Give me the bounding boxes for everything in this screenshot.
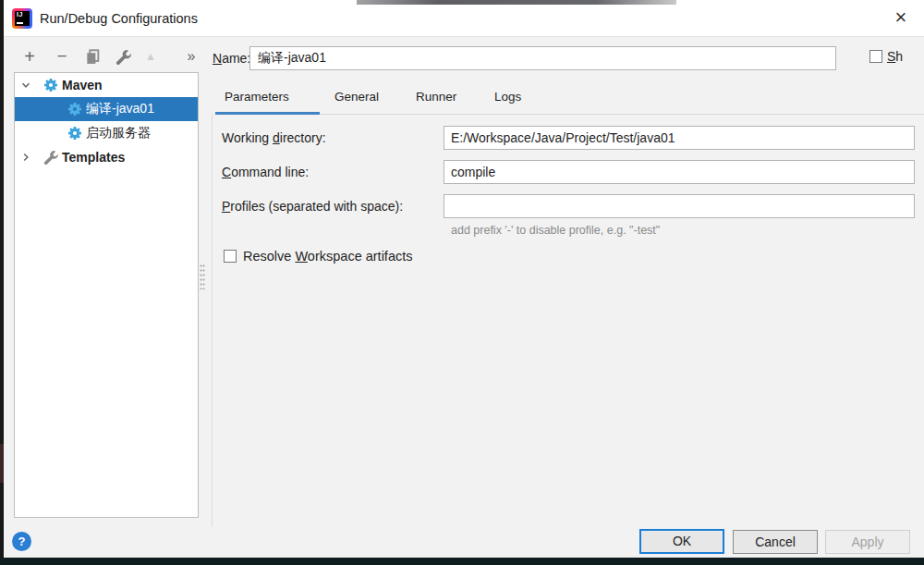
background-window-artifact (357, 0, 676, 5)
active-tab-indicator (215, 112, 320, 115)
chevron-down-icon[interactable] (19, 79, 32, 92)
tree-item-label: 编译-java01 (86, 101, 154, 117)
move-up-button[interactable]: ▲ (140, 46, 161, 67)
working-directory-input[interactable] (444, 126, 915, 150)
tree-item-compile-java01[interactable]: 编译-java01 (15, 97, 198, 121)
content-divider (212, 114, 213, 527)
copy-configuration-button[interactable] (82, 46, 103, 67)
background-window-artifact (0, 444, 4, 483)
command-line-input[interactable] (444, 160, 915, 184)
more-actions-button[interactable]: » (180, 46, 201, 67)
minus-icon: − (56, 46, 67, 67)
tree-item-templates[interactable]: Templates (15, 145, 198, 169)
tree-item-label: 启动服务器 (86, 125, 151, 141)
tab-parameters[interactable]: Parameters (225, 90, 289, 112)
maven-gear-icon (67, 102, 82, 117)
maven-gear-icon (67, 126, 82, 141)
chevron-right-icon[interactable] (19, 151, 32, 164)
tab-general[interactable]: General (334, 90, 379, 112)
resolve-workspace-label: Resolve Workspace artifacts (243, 249, 413, 264)
remove-configuration-button[interactable]: − (52, 46, 72, 67)
tab-baseline (320, 114, 924, 115)
plus-icon: + (24, 46, 35, 68)
profiles-label: Profiles (separated with space): (222, 194, 403, 218)
profiles-input[interactable] (444, 194, 915, 218)
share-checkbox[interactable]: Sh (869, 49, 903, 64)
maven-gear-icon (43, 78, 58, 92)
tree-item-maven[interactable]: Maven (15, 73, 198, 97)
help-button[interactable]: ? (12, 532, 31, 551)
command-line-label: Command line: (222, 160, 309, 184)
share-label: Sh (887, 49, 903, 64)
tree-item-start-server[interactable]: 启动服务器 (15, 121, 198, 145)
arrow-up-icon: ▲ (145, 50, 156, 63)
tree-item-label: Templates (62, 150, 125, 165)
name-label: Name: (213, 46, 250, 70)
intellij-logo-icon: IJ (12, 8, 32, 29)
ok-button[interactable]: OK (639, 529, 724, 554)
edit-templates-button[interactable] (113, 46, 133, 67)
add-configuration-button[interactable]: + (19, 46, 40, 67)
working-directory-label: Working directory: (222, 126, 326, 150)
wrench-icon (43, 150, 58, 165)
profiles-hint: add prefix '-' to disable profile, e.g. … (451, 224, 660, 237)
wrench-icon (116, 49, 131, 65)
chevrons-right-icon: » (188, 48, 194, 65)
configurations-tree: Maven 编译-java01 (14, 72, 199, 518)
name-input[interactable] (249, 46, 836, 70)
checkbox-unchecked-icon[interactable] (224, 250, 237, 263)
close-icon[interactable]: × (884, 2, 918, 35)
splitter-handle[interactable] (200, 264, 205, 289)
window-title: Run/Debug Configurations (40, 0, 198, 37)
tab-runner[interactable]: Runner (416, 90, 456, 112)
background-window-edge (0, 558, 924, 565)
copy-icon (85, 49, 101, 65)
run-debug-configurations-dialog: IJ Run/Debug Configurations × + − ▲ » (4, 0, 924, 558)
tab-logs[interactable]: Logs (494, 90, 521, 112)
resolve-workspace-checkbox[interactable]: Resolve Workspace artifacts (224, 249, 413, 264)
checkbox-unchecked-icon[interactable] (869, 50, 882, 63)
apply-button[interactable]: Apply (825, 530, 910, 554)
title-bar: IJ Run/Debug Configurations × (4, 0, 924, 37)
tree-item-label: Maven (62, 78, 103, 92)
cancel-button[interactable]: Cancel (733, 530, 818, 554)
